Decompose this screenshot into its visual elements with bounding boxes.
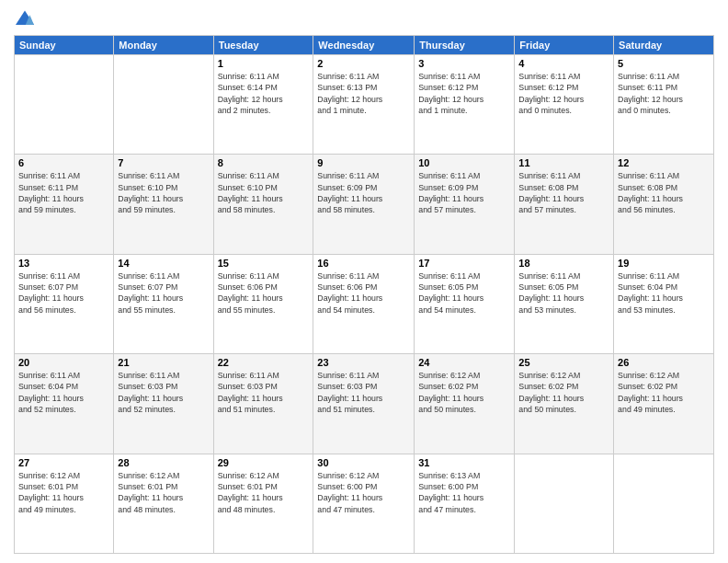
calendar-cell: 24Sunrise: 6:12 AM Sunset: 6:02 PM Dayli… bbox=[415, 354, 515, 454]
day-info: Sunrise: 6:11 AM Sunset: 6:05 PM Dayligh… bbox=[518, 270, 609, 316]
day-number: 9 bbox=[317, 157, 410, 168]
calendar-week-row: 13Sunrise: 6:11 AM Sunset: 6:07 PM Dayli… bbox=[15, 254, 714, 353]
day-number: 21 bbox=[118, 357, 209, 368]
day-number: 20 bbox=[18, 357, 109, 368]
day-number: 4 bbox=[518, 58, 609, 69]
day-info: Sunrise: 6:12 AM Sunset: 6:01 PM Dayligh… bbox=[18, 470, 109, 515]
day-number: 22 bbox=[218, 357, 310, 368]
calendar-cell: 30Sunrise: 6:12 AM Sunset: 6:00 PM Dayli… bbox=[313, 454, 415, 553]
day-info: Sunrise: 6:11 AM Sunset: 6:10 PM Dayligh… bbox=[218, 170, 310, 215]
page: SundayMondayTuesdayWednesdayThursdayFrid… bbox=[0, 0, 728, 563]
header bbox=[14, 9, 714, 28]
day-info: Sunrise: 6:11 AM Sunset: 6:03 PM Dayligh… bbox=[118, 370, 209, 415]
day-number: 19 bbox=[618, 258, 710, 269]
day-number: 10 bbox=[418, 157, 510, 168]
day-number: 23 bbox=[317, 357, 410, 368]
calendar-cell: 29Sunrise: 6:12 AM Sunset: 6:01 PM Dayli… bbox=[213, 454, 313, 553]
logo-icon bbox=[14, 9, 36, 28]
calendar-cell: 21Sunrise: 6:11 AM Sunset: 6:03 PM Dayli… bbox=[114, 354, 213, 454]
weekday-header: Thursday bbox=[415, 36, 515, 55]
calendar-week-row: 6Sunrise: 6:11 AM Sunset: 6:11 PM Daylig… bbox=[15, 155, 714, 254]
logo bbox=[14, 9, 40, 28]
calendar-cell: 2Sunrise: 6:11 AM Sunset: 6:13 PM Daylig… bbox=[313, 55, 415, 155]
weekday-header: Wednesday bbox=[313, 36, 415, 55]
day-info: Sunrise: 6:11 AM Sunset: 6:03 PM Dayligh… bbox=[218, 370, 310, 415]
day-info: Sunrise: 6:11 AM Sunset: 6:09 PM Dayligh… bbox=[317, 170, 410, 215]
day-info: Sunrise: 6:11 AM Sunset: 6:05 PM Dayligh… bbox=[418, 270, 510, 316]
day-number: 5 bbox=[618, 58, 710, 69]
calendar-cell: 18Sunrise: 6:11 AM Sunset: 6:05 PM Dayli… bbox=[515, 254, 614, 353]
calendar-cell: 16Sunrise: 6:11 AM Sunset: 6:06 PM Dayli… bbox=[313, 254, 415, 353]
day-number: 8 bbox=[218, 157, 310, 168]
calendar-cell: 6Sunrise: 6:11 AM Sunset: 6:11 PM Daylig… bbox=[15, 155, 114, 254]
day-info: Sunrise: 6:11 AM Sunset: 6:12 PM Dayligh… bbox=[418, 71, 510, 116]
day-info: Sunrise: 6:12 AM Sunset: 6:02 PM Dayligh… bbox=[618, 370, 710, 415]
calendar-cell: 31Sunrise: 6:13 AM Sunset: 6:00 PM Dayli… bbox=[415, 454, 515, 553]
day-info: Sunrise: 6:11 AM Sunset: 6:13 PM Dayligh… bbox=[317, 71, 410, 116]
day-number: 15 bbox=[218, 258, 310, 269]
day-number: 11 bbox=[518, 157, 609, 168]
day-number: 2 bbox=[317, 58, 410, 69]
calendar-cell: 20Sunrise: 6:11 AM Sunset: 6:04 PM Dayli… bbox=[15, 354, 114, 454]
calendar-cell: 15Sunrise: 6:11 AM Sunset: 6:06 PM Dayli… bbox=[213, 254, 313, 353]
day-info: Sunrise: 6:11 AM Sunset: 6:03 PM Dayligh… bbox=[317, 370, 410, 415]
calendar-week-row: 27Sunrise: 6:12 AM Sunset: 6:01 PM Dayli… bbox=[15, 454, 714, 553]
calendar-cell: 9Sunrise: 6:11 AM Sunset: 6:09 PM Daylig… bbox=[313, 155, 415, 254]
calendar-cell: 14Sunrise: 6:11 AM Sunset: 6:07 PM Dayli… bbox=[114, 254, 213, 353]
calendar-cell: 28Sunrise: 6:12 AM Sunset: 6:01 PM Dayli… bbox=[114, 454, 213, 553]
day-info: Sunrise: 6:11 AM Sunset: 6:11 PM Dayligh… bbox=[18, 170, 109, 215]
day-number: 18 bbox=[518, 258, 609, 269]
weekday-header: Sunday bbox=[15, 36, 114, 55]
day-number: 29 bbox=[218, 457, 310, 468]
day-info: Sunrise: 6:11 AM Sunset: 6:04 PM Dayligh… bbox=[18, 370, 109, 415]
day-number: 17 bbox=[418, 258, 510, 269]
calendar-cell: 27Sunrise: 6:12 AM Sunset: 6:01 PM Dayli… bbox=[15, 454, 114, 553]
calendar-body: 1Sunrise: 6:11 AM Sunset: 6:14 PM Daylig… bbox=[15, 55, 714, 554]
weekday-header: Monday bbox=[114, 36, 213, 55]
calendar-cell: 19Sunrise: 6:11 AM Sunset: 6:04 PM Dayli… bbox=[614, 254, 714, 353]
day-number: 27 bbox=[18, 457, 109, 468]
day-info: Sunrise: 6:11 AM Sunset: 6:10 PM Dayligh… bbox=[118, 170, 209, 215]
day-number: 26 bbox=[618, 357, 710, 368]
calendar-cell: 17Sunrise: 6:11 AM Sunset: 6:05 PM Dayli… bbox=[415, 254, 515, 353]
day-info: Sunrise: 6:11 AM Sunset: 6:06 PM Dayligh… bbox=[317, 270, 410, 316]
calendar-cell: 26Sunrise: 6:12 AM Sunset: 6:02 PM Dayli… bbox=[614, 354, 714, 454]
calendar-week-row: 20Sunrise: 6:11 AM Sunset: 6:04 PM Dayli… bbox=[15, 354, 714, 454]
day-number: 28 bbox=[118, 457, 209, 468]
calendar-cell: 8Sunrise: 6:11 AM Sunset: 6:10 PM Daylig… bbox=[213, 155, 313, 254]
calendar-cell: 11Sunrise: 6:11 AM Sunset: 6:08 PM Dayli… bbox=[515, 155, 614, 254]
calendar-cell: 10Sunrise: 6:11 AM Sunset: 6:09 PM Dayli… bbox=[415, 155, 515, 254]
day-info: Sunrise: 6:11 AM Sunset: 6:06 PM Dayligh… bbox=[218, 270, 310, 316]
calendar-week-row: 1Sunrise: 6:11 AM Sunset: 6:14 PM Daylig… bbox=[15, 55, 714, 155]
day-number: 24 bbox=[418, 357, 510, 368]
calendar-cell bbox=[515, 454, 614, 553]
calendar-table: SundayMondayTuesdayWednesdayThursdayFrid… bbox=[14, 35, 714, 554]
day-number: 14 bbox=[118, 258, 209, 269]
calendar-cell bbox=[114, 55, 213, 155]
day-info: Sunrise: 6:12 AM Sunset: 6:02 PM Dayligh… bbox=[518, 370, 609, 415]
day-info: Sunrise: 6:11 AM Sunset: 6:11 PM Dayligh… bbox=[618, 71, 710, 116]
day-number: 25 bbox=[518, 357, 609, 368]
calendar-cell bbox=[614, 454, 714, 553]
calendar-cell: 5Sunrise: 6:11 AM Sunset: 6:11 PM Daylig… bbox=[614, 55, 714, 155]
day-number: 7 bbox=[118, 157, 209, 168]
day-info: Sunrise: 6:12 AM Sunset: 6:02 PM Dayligh… bbox=[418, 370, 510, 415]
day-number: 31 bbox=[418, 457, 510, 468]
day-number: 12 bbox=[618, 157, 710, 168]
calendar-header-row: SundayMondayTuesdayWednesdayThursdayFrid… bbox=[15, 36, 714, 55]
day-info: Sunrise: 6:11 AM Sunset: 6:08 PM Dayligh… bbox=[618, 170, 710, 215]
calendar-cell: 12Sunrise: 6:11 AM Sunset: 6:08 PM Dayli… bbox=[614, 155, 714, 254]
weekday-header: Tuesday bbox=[213, 36, 313, 55]
day-info: Sunrise: 6:11 AM Sunset: 6:12 PM Dayligh… bbox=[518, 71, 609, 116]
calendar-cell: 22Sunrise: 6:11 AM Sunset: 6:03 PM Dayli… bbox=[213, 354, 313, 454]
day-info: Sunrise: 6:12 AM Sunset: 6:01 PM Dayligh… bbox=[118, 470, 209, 515]
day-number: 1 bbox=[218, 58, 310, 69]
day-number: 3 bbox=[418, 58, 510, 69]
day-info: Sunrise: 6:11 AM Sunset: 6:07 PM Dayligh… bbox=[18, 270, 109, 316]
calendar-cell: 1Sunrise: 6:11 AM Sunset: 6:14 PM Daylig… bbox=[213, 55, 313, 155]
calendar-cell bbox=[15, 55, 114, 155]
weekday-header: Saturday bbox=[614, 36, 714, 55]
calendar-cell: 23Sunrise: 6:11 AM Sunset: 6:03 PM Dayli… bbox=[313, 354, 415, 454]
day-info: Sunrise: 6:12 AM Sunset: 6:00 PM Dayligh… bbox=[317, 470, 410, 515]
day-number: 13 bbox=[18, 258, 109, 269]
